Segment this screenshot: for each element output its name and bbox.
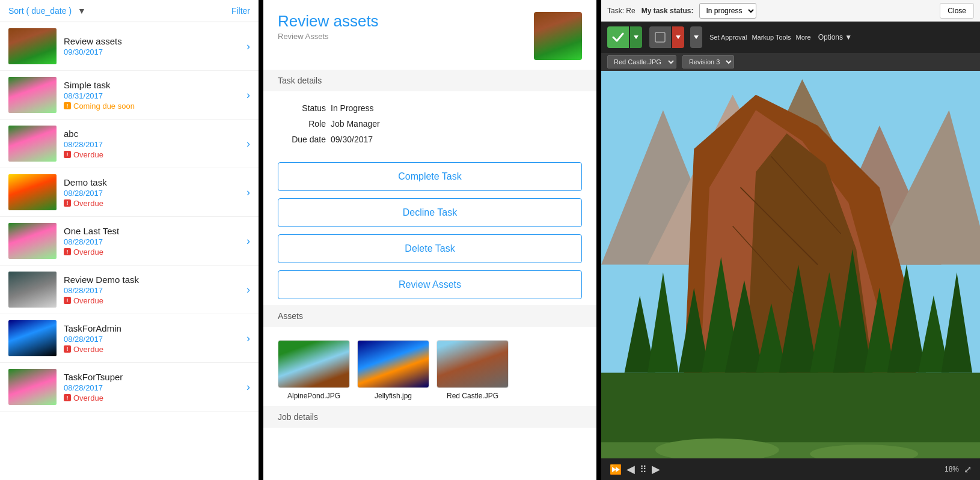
mid-subtitle: Review Assets bbox=[278, 32, 524, 41]
task-item[interactable]: Demo task 08/28/2017 ! Overdue › bbox=[0, 168, 259, 217]
asset-item[interactable]: Red Castle.JPG bbox=[436, 340, 509, 400]
chevron-right-icon: › bbox=[247, 138, 250, 150]
task-details-section: Status In Progress Role Job Manager Due … bbox=[263, 91, 596, 156]
action-buttons: Complete TaskDecline TaskDelete TaskRevi… bbox=[263, 156, 596, 305]
task-item[interactable]: Review assets 09/30/2017 › bbox=[0, 22, 259, 71]
status-value: In Progress bbox=[331, 103, 374, 113]
task-list-thumbnail bbox=[8, 320, 57, 356]
my-task-status-label: My task status: bbox=[642, 7, 694, 15]
asset-thumbnail bbox=[436, 340, 509, 388]
task-item[interactable]: abc 08/28/2017 ! Overdue › bbox=[0, 120, 259, 168]
task-item-date: 08/28/2017 bbox=[64, 383, 236, 392]
role-value: Job Manager bbox=[331, 119, 380, 129]
job-details-header: Job details bbox=[263, 406, 596, 428]
fast-forward-button[interactable]: ⏩ bbox=[610, 464, 622, 475]
review-assets-button[interactable]: Review Assets bbox=[278, 270, 582, 299]
complete-task-button[interactable]: Complete Task bbox=[278, 162, 582, 191]
set-approval-label: Set Approval bbox=[709, 34, 747, 41]
sort-arrow-icon: ▼ bbox=[78, 6, 86, 16]
asset-item[interactable]: Jellyfish.jpg bbox=[357, 340, 429, 400]
next-button[interactable]: ▶ bbox=[652, 463, 660, 476]
task-status-badge: ! Overdue bbox=[64, 199, 236, 208]
task-item[interactable]: Review Demo task 08/28/2017 ! Overdue › bbox=[0, 266, 259, 314]
markup-dropdown-button[interactable] bbox=[672, 26, 684, 48]
assets-header: Assets bbox=[263, 305, 596, 327]
task-info: TaskForTsuper 08/28/2017 ! Overdue bbox=[57, 372, 243, 403]
chevron-right-icon: › bbox=[247, 332, 250, 345]
chevron-right-icon: › bbox=[247, 235, 250, 248]
asset-thumbnail bbox=[278, 340, 350, 388]
task-item-date: 08/28/2017 bbox=[64, 237, 236, 246]
task-info: Simple task 08/31/2017 ! Coming due soon bbox=[57, 80, 243, 111]
approve-dropdown-button[interactable] bbox=[630, 26, 642, 48]
task-item[interactable]: One Last Test 08/28/2017 ! Overdue › bbox=[0, 217, 259, 266]
options-button[interactable]: Options ▼ bbox=[818, 33, 853, 41]
chevron-right-icon: › bbox=[247, 186, 250, 199]
task-item-date: 08/28/2017 bbox=[64, 335, 236, 344]
filter-button[interactable]: Filter bbox=[231, 6, 250, 16]
asset-item[interactable]: AlpinePond.JPG bbox=[278, 340, 350, 400]
task-item-name: One Last Test bbox=[64, 226, 236, 236]
left-header: Sort ( due_date ) ▼ Filter bbox=[0, 0, 259, 22]
task-list: Review assets 09/30/2017 › Simple task 0… bbox=[0, 22, 259, 480]
task-item[interactable]: TaskForTsuper 08/28/2017 ! Overdue › bbox=[0, 363, 259, 412]
due-date-label: Due date bbox=[278, 135, 326, 144]
task-info: Review assets 09/30/2017 bbox=[57, 36, 243, 56]
markup-tools-label: Markup Tools bbox=[752, 34, 791, 41]
mid-header: Review assets Review Assets bbox=[263, 0, 596, 70]
task-list-thumbnail bbox=[8, 369, 57, 405]
assets-section: AlpinePond.JPG Jellyfish.jpg Red Castle.… bbox=[263, 327, 596, 406]
task-item-date: 08/28/2017 bbox=[64, 286, 236, 295]
task-status-badge: ! Overdue bbox=[64, 150, 236, 159]
grid-view-button[interactable]: ⠿ bbox=[640, 464, 647, 475]
task-item[interactable]: TaskForAdmin 08/28/2017 ! Overdue › bbox=[0, 314, 259, 363]
mountain-scene-image bbox=[601, 71, 980, 458]
task-item-name: TaskForTsuper bbox=[64, 372, 236, 382]
decline-task-button[interactable]: Decline Task bbox=[278, 198, 582, 227]
right-bottombar: ⏩ ◀ ⠿ ▶ 18% ⤢ bbox=[601, 458, 980, 480]
asset-name: Red Castle.JPG bbox=[447, 392, 498, 400]
prev-button[interactable]: ◀ bbox=[626, 463, 635, 476]
approve-btn-group bbox=[607, 26, 642, 48]
tool-dropdown-button[interactable] bbox=[690, 26, 702, 48]
task-status-dropdown[interactable]: In progress Complete Declined bbox=[699, 3, 756, 19]
markup-btn-group bbox=[649, 26, 684, 48]
task-info: Review Demo task 08/28/2017 ! Overdue bbox=[57, 275, 243, 305]
task-list-thumbnail bbox=[8, 126, 57, 162]
svg-marker-3 bbox=[694, 35, 699, 39]
asset-name: Jellyfish.jpg bbox=[375, 392, 412, 400]
revision-select-dropdown[interactable]: Revision 3 Revision 2 Revision 1 bbox=[682, 55, 734, 68]
chevron-right-icon: › bbox=[247, 381, 250, 393]
close-button[interactable]: Close bbox=[940, 3, 974, 19]
role-label: Role bbox=[278, 119, 326, 129]
task-item-name: Simple task bbox=[64, 80, 236, 90]
chevron-right-icon: › bbox=[247, 284, 250, 296]
file-select-dropdown[interactable]: Red Castle.JPG AlpinePond.JPG Jellyfish.… bbox=[607, 55, 676, 68]
markup-button[interactable] bbox=[649, 26, 671, 48]
delete-task-button[interactable]: Delete Task bbox=[278, 234, 582, 263]
task-info: Demo task 08/28/2017 ! Overdue bbox=[57, 177, 243, 208]
task-list-thumbnail bbox=[8, 77, 57, 113]
task-item-date: 09/30/2017 bbox=[64, 47, 236, 56]
due-date-value: 09/30/2017 bbox=[331, 135, 373, 144]
image-viewer bbox=[601, 71, 980, 458]
chevron-right-icon: › bbox=[247, 89, 250, 102]
task-item[interactable]: Simple task 08/31/2017 ! Coming due soon… bbox=[0, 71, 259, 120]
due-date-row: Due date 09/30/2017 bbox=[278, 135, 582, 144]
asset-thumbnail bbox=[357, 340, 429, 388]
task-item-name: Review Demo task bbox=[64, 275, 236, 285]
chevron-right-icon: › bbox=[247, 40, 250, 53]
task-status-badge: ! Overdue bbox=[64, 393, 236, 403]
status-row: Status In Progress bbox=[278, 103, 582, 113]
right-topbar: Task: Re My task status: In progress Com… bbox=[601, 0, 980, 22]
mid-title: Review assets bbox=[278, 12, 524, 31]
mid-panel: Review assets Review Assets Task details… bbox=[259, 0, 601, 480]
mid-title-block: Review assets Review Assets bbox=[278, 12, 524, 41]
expand-button[interactable]: ⤢ bbox=[964, 464, 972, 475]
task-item-name: Demo task bbox=[64, 177, 236, 187]
task-list-thumbnail bbox=[8, 272, 57, 308]
approve-button[interactable] bbox=[607, 26, 629, 48]
role-row: Role Job Manager bbox=[278, 119, 582, 129]
task-item-name: TaskForAdmin bbox=[64, 323, 236, 333]
task-item-name: abc bbox=[64, 129, 236, 139]
